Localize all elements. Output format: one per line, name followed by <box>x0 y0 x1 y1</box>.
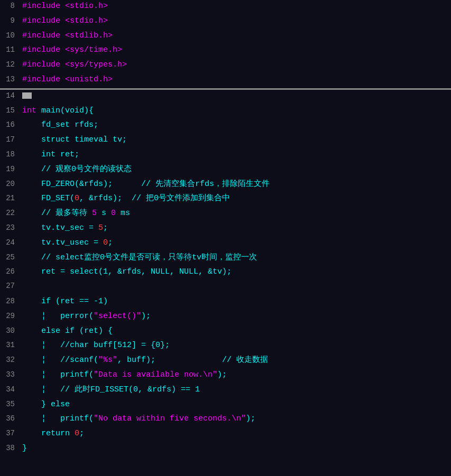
line-number: 18 <box>0 149 20 161</box>
code-line: 37 return 0; <box>0 427 451 442</box>
code-line: 8#include <stdio.h> <box>0 0 451 15</box>
line-number: 17 <box>0 134 20 146</box>
code-line: 16 fd_set rfds; <box>0 119 451 134</box>
line-number: 27 <box>0 281 20 292</box>
line-number: 33 <box>0 369 20 381</box>
line-number: 20 <box>0 179 20 190</box>
line-content: #include <stdlib.h> <box>20 30 451 42</box>
code-line: 25 // select监控0号文件是否可读，只等待tv时间，监控一次 <box>0 251 451 266</box>
line-content: fd_set rfds; <box>20 119 451 131</box>
code-line: 27 <box>0 281 451 295</box>
line-number: 15 <box>0 105 20 117</box>
line-number: 19 <box>0 164 20 175</box>
line-number: 16 <box>0 119 20 131</box>
line-content: struct timeval tv; <box>20 134 451 146</box>
code-line: 26 ret = select(1, &rfds, NULL, NULL, &t… <box>0 266 451 281</box>
line-content: ¦ perror("select()"); <box>20 310 451 322</box>
line-content: // select监控0号文件是否可读，只等待tv时间，监控一次 <box>20 251 451 264</box>
code-line: 14 <box>0 90 451 105</box>
line-number: 35 <box>0 399 20 410</box>
line-number: 30 <box>0 325 20 337</box>
code-line: 20 FD_ZERO(&rfds); // 先清空集合rfds，排除陌生文件 <box>0 178 451 193</box>
code-line: 31 ¦ //char buff[512] = {0}; <box>0 339 451 354</box>
code-line: 28 if (ret == -1) <box>0 295 451 310</box>
code-line: 30 else if (ret) { <box>0 325 451 340</box>
line-content: } else <box>20 398 451 410</box>
line-content <box>20 90 451 102</box>
line-number: 10 <box>0 30 20 42</box>
code-line: 22 // 最多等待 5 s 0 ms <box>0 207 451 222</box>
line-number: 21 <box>0 193 20 204</box>
line-content: // 观察0号文件的读状态 <box>20 163 451 175</box>
line-content: return 0; <box>20 427 451 440</box>
line-content: FD_SET(0, &rfds); // 把0号文件添加到集合中 <box>20 192 451 204</box>
line-number: 28 <box>0 296 20 307</box>
line-number: 36 <box>0 413 20 425</box>
line-number: 24 <box>0 237 20 249</box>
code-editor: 8#include <stdio.h>9#include <stdio.h>10… <box>0 0 451 476</box>
line-number: 38 <box>0 443 20 454</box>
code-line: 33 ¦ printf("Data is available now.\n"); <box>0 369 451 384</box>
line-content: ¦ //scanf("%s", buff); // 收走数据 <box>20 354 451 366</box>
line-content: ¦ //char buff[512] = {0}; <box>20 339 451 351</box>
code-line: 34 ¦ // 此时FD_ISSET(0, &rdfs) == 1 <box>0 384 451 398</box>
line-number: 26 <box>0 266 20 278</box>
line-content: ¦ printf("No data within five seconds.\n… <box>20 413 451 425</box>
code-line: 38} <box>0 442 451 457</box>
line-number: 31 <box>0 340 20 351</box>
code-line: 17 struct timeval tv; <box>0 134 451 148</box>
line-content: ¦ printf("Data is available now.\n"); <box>20 369 451 381</box>
code-line: 15int main(void){ <box>0 105 451 119</box>
line-number: 32 <box>0 354 20 366</box>
code-line: 24 tv.tv_usec = 0; <box>0 237 451 251</box>
code-line: 32 ¦ //scanf("%s", buff); // 收走数据 <box>0 354 451 369</box>
code-line: 9#include <stdio.h> <box>0 15 451 30</box>
line-number: 11 <box>0 44 20 56</box>
line-content: ¦ // 此时FD_ISSET(0, &rdfs) == 1 <box>20 384 451 396</box>
line-number: 25 <box>0 252 20 264</box>
code-line: 35 } else <box>0 398 451 413</box>
code-line: 19 // 观察0号文件的读状态 <box>0 163 451 178</box>
line-content: tv.tv_usec = 0; <box>20 237 451 249</box>
line-content: if (ret == -1) <box>20 295 451 307</box>
line-content: // 最多等待 5 s 0 ms <box>20 207 451 219</box>
line-content: ret = select(1, &rfds, NULL, NULL, &tv); <box>20 266 451 278</box>
code-line: 18 int ret; <box>0 148 451 163</box>
code-line: 11#include <sys/time.h> <box>0 44 451 59</box>
line-content: #include <stdio.h> <box>20 15 451 27</box>
code-line: 10#include <stdlib.h> <box>0 30 451 44</box>
line-content: else if (ret) { <box>20 325 451 337</box>
line-number: 9 <box>0 15 20 27</box>
code-line: 36 ¦ printf("No data within five seconds… <box>0 413 451 427</box>
line-content: #include <sys/types.h> <box>20 59 451 71</box>
line-content: #include <sys/time.h> <box>20 44 451 56</box>
code-line: 12#include <sys/types.h> <box>0 59 451 73</box>
line-content: tv.tv_sec = 5; <box>20 222 451 234</box>
line-number: 14 <box>0 90 20 102</box>
line-content: FD_ZERO(&rfds); // 先清空集合rfds，排除陌生文件 <box>20 178 451 190</box>
line-content: #include <stdio.h> <box>20 0 451 12</box>
line-content: int ret; <box>20 148 451 161</box>
line-number: 22 <box>0 208 20 219</box>
line-number: 37 <box>0 428 20 440</box>
line-number: 12 <box>0 59 20 71</box>
line-content: } <box>20 442 451 454</box>
line-number: 13 <box>0 74 20 86</box>
line-number: 29 <box>0 311 20 322</box>
line-content: #include <unistd.h> <box>20 73 451 86</box>
code-line: 29 ¦ perror("select()"); <box>0 310 451 325</box>
line-content: int main(void){ <box>20 105 451 117</box>
code-line: 21 FD_SET(0, &rfds); // 把0号文件添加到集合中 <box>0 192 451 207</box>
line-number: 34 <box>0 384 20 396</box>
code-line: 13#include <unistd.h> <box>0 73 451 88</box>
line-number: 23 <box>0 222 20 234</box>
code-line: 23 tv.tv_sec = 5; <box>0 222 451 237</box>
line-number: 8 <box>0 1 20 12</box>
